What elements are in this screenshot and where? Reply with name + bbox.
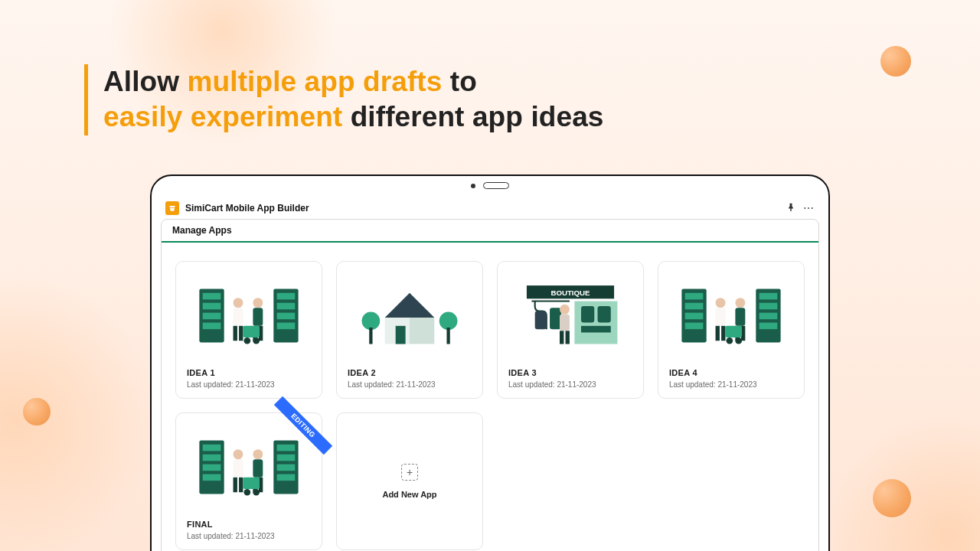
decor-sphere bbox=[23, 398, 51, 425]
headline-text: Allow bbox=[103, 66, 188, 97]
card-illustration bbox=[187, 421, 311, 515]
app-window: Manage Apps IDEA 1Last updated: 21-11-20… bbox=[161, 219, 819, 551]
pin-icon[interactable] bbox=[786, 203, 795, 214]
add-new-app-label: Add New App bbox=[382, 490, 436, 499]
decor-sphere bbox=[880, 46, 911, 77]
headline-line-2: easily experiment different app ideas bbox=[103, 99, 604, 135]
plus-icon: + bbox=[401, 464, 418, 481]
card-title: IDEA 2 bbox=[348, 368, 472, 377]
app-card[interactable]: IDEA 1Last updated: 21-11-2023 bbox=[175, 261, 322, 399]
app-grid: IDEA 1Last updated: 21-11-2023IDEA 2Last… bbox=[162, 243, 818, 551]
device-notch bbox=[471, 182, 509, 189]
card-illustration bbox=[187, 269, 311, 364]
headline-highlight: easily experiment bbox=[103, 101, 342, 132]
card-subtitle: Last updated: 21-11-2023 bbox=[348, 380, 472, 389]
headline-highlight: multiple app drafts bbox=[188, 66, 443, 97]
card-title: IDEA 1 bbox=[187, 368, 311, 377]
window-title: SimiCart Mobile App Builder bbox=[185, 203, 309, 214]
speaker-bar-icon bbox=[483, 182, 509, 189]
tab-manage-apps[interactable]: Manage Apps bbox=[172, 225, 232, 236]
app-card[interactable]: IDEA 2Last updated: 21-11-2023 bbox=[336, 261, 483, 399]
app-card[interactable]: IDEA 3Last updated: 21-11-2023 bbox=[497, 261, 644, 399]
card-illustration bbox=[348, 269, 472, 364]
card-title: IDEA 3 bbox=[508, 368, 632, 377]
headline-block: Allow multiple app drafts to easily expe… bbox=[84, 64, 604, 135]
camera-dot-icon bbox=[471, 184, 475, 188]
headline-text: to bbox=[442, 66, 477, 97]
window-titlebar: SimiCart Mobile App Builder ⋯ bbox=[161, 197, 819, 219]
card-subtitle: Last updated: 21-11-2023 bbox=[508, 380, 632, 389]
card-title: IDEA 4 bbox=[669, 368, 793, 377]
tablet-device: SimiCart Mobile App Builder ⋯ Manage App… bbox=[150, 174, 830, 551]
add-new-app-card[interactable]: +Add New App bbox=[336, 412, 483, 550]
card-subtitle: Last updated: 21-11-2023 bbox=[187, 380, 311, 389]
more-menu-icon[interactable]: ⋯ bbox=[803, 203, 815, 214]
decor-sphere bbox=[873, 479, 911, 517]
app-card[interactable]: IDEA 4Last updated: 21-11-2023 bbox=[658, 261, 805, 399]
card-illustration bbox=[508, 269, 632, 364]
app-card[interactable]: EDITINGFINALLast updated: 21-11-2023 bbox=[175, 412, 322, 550]
card-title: FINAL bbox=[187, 520, 311, 529]
brand-logo-icon bbox=[165, 201, 179, 215]
headline-text: different app ideas bbox=[342, 101, 603, 132]
card-subtitle: Last updated: 21-11-2023 bbox=[669, 380, 793, 389]
tab-bar: Manage Apps bbox=[162, 220, 818, 243]
card-illustration bbox=[669, 269, 793, 364]
headline-line-1: Allow multiple app drafts to bbox=[103, 64, 604, 99]
card-subtitle: Last updated: 21-11-2023 bbox=[187, 532, 311, 540]
